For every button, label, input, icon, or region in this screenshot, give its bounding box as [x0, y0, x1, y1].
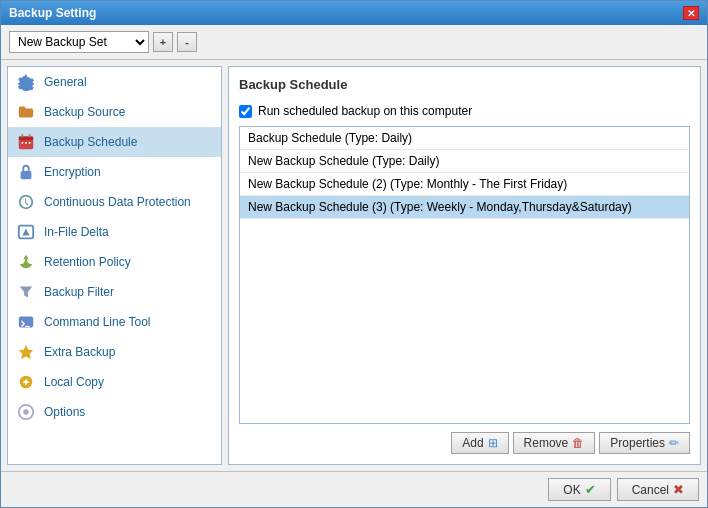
sidebar-label-command-line-tool: Command Line Tool [44, 315, 151, 329]
folder-icon [16, 102, 36, 122]
copy-icon [16, 372, 36, 392]
sidebar-label-backup-filter: Backup Filter [44, 285, 114, 299]
title-bar: Backup Setting ✕ [1, 1, 707, 25]
schedule-item[interactable]: New Backup Schedule (Type: Daily) [240, 150, 689, 173]
sidebar-label-general: General [44, 75, 87, 89]
svg-rect-7 [29, 142, 31, 144]
calendar-icon [16, 132, 36, 152]
sidebar-item-cdp[interactable]: Continuous Data Protection [8, 187, 221, 217]
ok-button[interactable]: OK ✔ [548, 478, 610, 501]
ok-icon: ✔ [585, 482, 596, 497]
sidebar-item-backup-filter[interactable]: Backup Filter [8, 277, 221, 307]
toolbar: New Backup Set + - [1, 25, 707, 60]
sidebar-item-retention-policy[interactable]: Retention Policy [8, 247, 221, 277]
sidebar-label-backup-source: Backup Source [44, 105, 125, 119]
cdp-icon [16, 192, 36, 212]
sidebar-item-backup-schedule[interactable]: Backup Schedule [8, 127, 221, 157]
sidebar-item-options[interactable]: Options [8, 397, 221, 427]
run-scheduled-label: Run scheduled backup on this computer [258, 104, 472, 118]
run-scheduled-backup-row: Run scheduled backup on this computer [239, 104, 690, 118]
sidebar-label-encryption: Encryption [44, 165, 101, 179]
sidebar-item-backup-source[interactable]: Backup Source [8, 97, 221, 127]
backup-set-select[interactable]: New Backup Set [9, 31, 149, 53]
backup-setting-window: Backup Setting ✕ New Backup Set + - Gene… [0, 0, 708, 508]
svg-rect-6 [25, 142, 27, 144]
star-icon [16, 342, 36, 362]
svg-rect-4 [29, 134, 31, 138]
footer: OK ✔ Cancel ✖ [1, 471, 707, 507]
sidebar-label-extra-backup: Extra Backup [44, 345, 115, 359]
sidebar-label-in-file-delta: In-File Delta [44, 225, 109, 239]
add-schedule-label: Add [462, 436, 483, 450]
sidebar-item-general[interactable]: General [8, 67, 221, 97]
schedule-list: Backup Schedule (Type: Daily)New Backup … [239, 126, 690, 424]
svg-marker-11 [19, 345, 33, 359]
cancel-icon: ✖ [673, 482, 684, 497]
terminal-icon [16, 312, 36, 332]
svg-rect-8 [21, 171, 32, 179]
sidebar-item-in-file-delta[interactable]: In-File Delta [8, 217, 221, 247]
close-button[interactable]: ✕ [683, 6, 699, 20]
svg-point-14 [23, 409, 28, 414]
bottom-buttons: Add ⊞ Remove 🗑 Properties ✏ [239, 432, 690, 454]
gear-icon [16, 72, 36, 92]
add-schedule-icon: ⊞ [488, 436, 498, 450]
add-schedule-button[interactable]: Add ⊞ [451, 432, 508, 454]
remove-schedule-icon: 🗑 [572, 436, 584, 450]
schedule-item[interactable]: New Backup Schedule (3) (Type: Weekly - … [240, 196, 689, 219]
svg-rect-2 [19, 137, 33, 141]
properties-icon: ✏ [669, 436, 679, 450]
lock-icon [16, 162, 36, 182]
sidebar-label-local-copy: Local Copy [44, 375, 104, 389]
main-panel: Backup Schedule Run scheduled backup on … [228, 66, 701, 465]
options-icon [16, 402, 36, 422]
schedule-item[interactable]: Backup Schedule (Type: Daily) [240, 127, 689, 150]
sidebar-label-retention-policy: Retention Policy [44, 255, 131, 269]
delta-icon [16, 222, 36, 242]
sidebar-item-local-copy[interactable]: Local Copy [8, 367, 221, 397]
properties-label: Properties [610, 436, 665, 450]
content-area: General Backup Source [1, 60, 707, 471]
sidebar-label-cdp: Continuous Data Protection [44, 195, 191, 209]
ok-label: OK [563, 483, 580, 497]
filter-icon [16, 282, 36, 302]
sidebar-item-extra-backup[interactable]: Extra Backup [8, 337, 221, 367]
sidebar-item-command-line-tool[interactable]: Command Line Tool [8, 307, 221, 337]
window-title: Backup Setting [9, 6, 96, 20]
recycle-icon [16, 252, 36, 272]
svg-rect-10 [19, 317, 33, 328]
sidebar: General Backup Source [7, 66, 222, 465]
remove-schedule-button[interactable]: Remove 🗑 [513, 432, 596, 454]
cancel-label: Cancel [632, 483, 669, 497]
sidebar-item-encryption[interactable]: Encryption [8, 157, 221, 187]
cancel-button[interactable]: Cancel ✖ [617, 478, 699, 501]
sidebar-label-options: Options [44, 405, 85, 419]
panel-title: Backup Schedule [239, 77, 690, 96]
run-scheduled-checkbox[interactable] [239, 105, 252, 118]
schedule-item[interactable]: New Backup Schedule (2) (Type: Monthly -… [240, 173, 689, 196]
remove-backup-set-button[interactable]: - [177, 32, 197, 52]
remove-schedule-label: Remove [524, 436, 569, 450]
sidebar-label-backup-schedule: Backup Schedule [44, 135, 137, 149]
svg-rect-5 [22, 142, 24, 144]
svg-rect-3 [22, 134, 24, 138]
properties-button[interactable]: Properties ✏ [599, 432, 690, 454]
add-backup-set-button[interactable]: + [153, 32, 173, 52]
